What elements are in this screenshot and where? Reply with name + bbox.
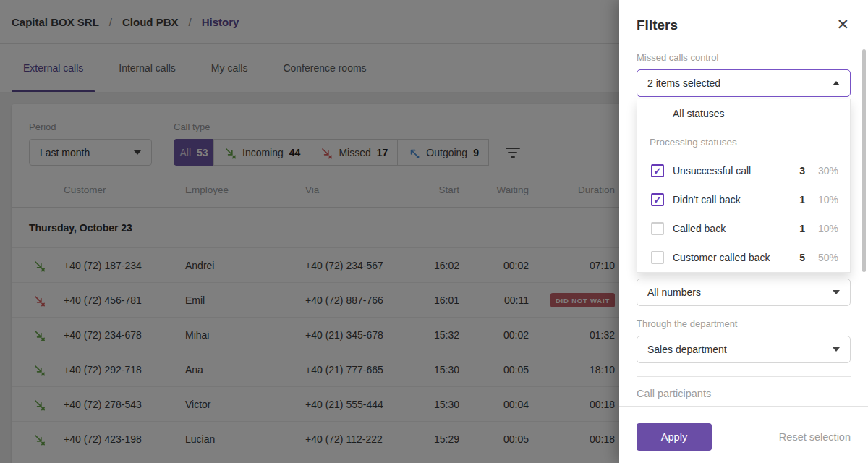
option-label: Called back <box>673 223 780 234</box>
footer-divider <box>619 406 868 407</box>
option-label: Unsuccessful call <box>673 165 780 177</box>
chevron-down-icon <box>833 347 840 352</box>
option-percent: 30% <box>805 165 838 177</box>
checkbox[interactable] <box>651 164 664 177</box>
option-unsuccessful-call[interactable]: Unsuccessful call 3 30% <box>637 156 850 185</box>
reset-selection-link[interactable]: Reset selection <box>779 431 851 443</box>
option-percent: 50% <box>805 252 838 263</box>
processing-statuses-group-label: Processing statuses <box>637 128 850 156</box>
option-count: 1 <box>780 194 805 205</box>
chevron-down-icon <box>833 290 840 294</box>
option-called-back[interactable]: Called back 1 10% <box>637 214 850 243</box>
option-count: 5 <box>780 252 805 263</box>
option-percent: 10% <box>805 223 838 234</box>
divider <box>637 376 851 377</box>
panel-scrollbar[interactable] <box>862 49 866 272</box>
numbers-select[interactable]: All numbers <box>637 279 851 306</box>
option-count: 3 <box>780 165 805 177</box>
close-icon[interactable]: ✕ <box>836 17 849 32</box>
numbers-value: All numbers <box>647 286 701 298</box>
department-select[interactable]: Sales department <box>637 336 851 363</box>
checkbox[interactable] <box>651 193 664 206</box>
call-participants-label: Call participants <box>637 388 711 399</box>
status-dropdown-list: All statuses Processing statuses Unsucce… <box>637 99 851 273</box>
department-label: Through the department <box>637 318 737 329</box>
selected-summary: 2 items selected <box>647 77 720 89</box>
checkbox[interactable] <box>651 251 664 264</box>
option-label: Didn't call back <box>673 194 780 205</box>
option-label: Customer called back <box>673 252 780 263</box>
filters-title: Filters <box>637 17 678 33</box>
department-value: Sales department <box>647 344 727 355</box>
option-customer-called-back[interactable]: Customer called back 5 50% <box>637 243 850 272</box>
screen: Capital BOX SRL / Cloud PBX / History Ex… <box>0 0 868 463</box>
apply-button[interactable]: Apply <box>637 423 712 451</box>
missed-calls-select[interactable]: 2 items selected <box>637 69 851 97</box>
option-percent: 10% <box>805 194 838 205</box>
checkbox[interactable] <box>651 222 664 235</box>
missed-calls-control-label: Missed calls control <box>637 52 718 63</box>
option-all-statuses[interactable]: All statuses <box>637 99 850 128</box>
chevron-up-icon <box>833 81 840 85</box>
option-count: 1 <box>780 223 805 234</box>
option-didnt-call-back[interactable]: Didn't call back 1 10% <box>637 185 850 214</box>
filters-panel: Filters ✕ Missed calls control 2 items s… <box>619 0 868 463</box>
